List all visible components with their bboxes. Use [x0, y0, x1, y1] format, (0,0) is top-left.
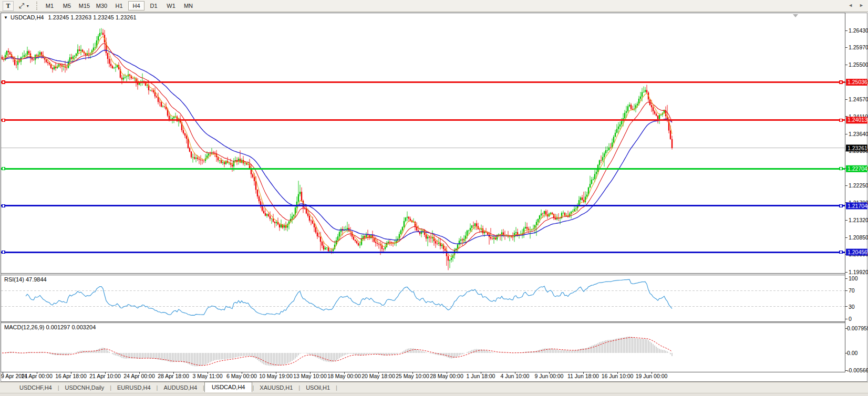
chart-title: ▼ USDCAD,H4 1.23245 1.23263 1.23245 1.23… — [4, 14, 137, 20]
main-toolbar: T ⤢ ▼ M1M5M15M30H1H4D1W1MN — [0, 0, 868, 12]
timeframe-button-m30[interactable]: M30 — [94, 1, 110, 11]
tab-scroll-controls: ◄ ► — [848, 3, 864, 8]
svg-text:1.20456: 1.20456 — [848, 249, 867, 255]
svg-text:1.24013: 1.24013 — [848, 117, 867, 123]
svg-text:1.21704: 1.21704 — [848, 203, 867, 209]
tab-xauusd-h1[interactable]: XAUUSD,H1 — [254, 383, 298, 392]
chart-canvas[interactable]: 1.264301.259701.255001.250401.245701.241… — [0, 0, 868, 396]
svg-text:1.25036: 1.25036 — [848, 79, 867, 85]
svg-text:1.20850: 1.20850 — [849, 234, 868, 241]
text-tool-button[interactable]: T — [3, 1, 14, 11]
svg-text:19 Jun 00:00: 19 Jun 00:00 — [636, 373, 668, 379]
svg-text:70: 70 — [849, 287, 855, 294]
timeframe-button-m5[interactable]: M5 — [59, 1, 75, 11]
svg-text:1.23261: 1.23261 — [848, 145, 867, 151]
tab-usoil-h1[interactable]: USOil,H1 — [300, 383, 336, 392]
svg-text:1.24570: 1.24570 — [849, 96, 868, 102]
timeframe-button-h4[interactable]: H4 — [128, 1, 144, 11]
chart-tab-bar: USDCHF,H4|USDCNH,Daily|EURUSD,H4|AUDUSD,… — [0, 382, 868, 393]
svg-text:4 Jun 10:00: 4 Jun 10:00 — [501, 373, 530, 379]
chevron-down-icon: ▼ — [26, 4, 29, 8]
tab-audusd-h4[interactable]: AUDUSD,H4 — [158, 383, 203, 392]
svg-text:9 Jun 00:00: 9 Jun 00:00 — [535, 373, 564, 379]
svg-text:25 May 10:00: 25 May 10:00 — [396, 373, 429, 379]
collapse-triangle-icon[interactable]: ▼ — [4, 15, 8, 20]
timeframe-button-m15[interactable]: M15 — [76, 1, 92, 11]
chart-symbol-label: USDCAD,H4 — [11, 14, 44, 20]
svg-text:1.22250: 1.22250 — [849, 182, 868, 189]
svg-text:1.25970: 1.25970 — [849, 44, 868, 50]
tab-scroll-right-icon[interactable]: ► — [859, 3, 864, 8]
timeframe-button-h1[interactable]: H1 — [111, 1, 127, 11]
svg-text:3 May 11:00: 3 May 11:00 — [192, 373, 222, 379]
svg-text:1.26430: 1.26430 — [849, 27, 868, 34]
svg-text:0: 0 — [849, 316, 852, 322]
svg-text:11 Jun 18:00: 11 Jun 18:00 — [567, 373, 599, 379]
time-axis: 9 Apr 202114 Apr 00:0016 Apr 18:0021 Apr… — [1, 372, 668, 379]
svg-text:18 May 00:00: 18 May 00:00 — [327, 373, 361, 379]
tab-usdcad-h4[interactable]: USDCAD,H4 — [204, 382, 253, 392]
chart-frame — [1, 13, 867, 382]
svg-text:0.007959: 0.007959 — [847, 325, 868, 331]
timeframe-button-m1[interactable]: M1 — [42, 1, 58, 11]
arrows-icon: ⤢ — [19, 2, 24, 10]
timeframe-button-d1[interactable]: D1 — [146, 1, 162, 11]
svg-text:10 May 19:00: 10 May 19:00 — [259, 373, 293, 379]
svg-text:30: 30 — [849, 304, 855, 310]
svg-text:1.21320: 1.21320 — [849, 217, 868, 223]
macd-label: MACD(12,26,9) 0.001297 0.003204 — [4, 324, 96, 330]
svg-text:14 Apr 00:00: 14 Apr 00:00 — [21, 373, 53, 379]
svg-text:20 May 18:00: 20 May 18:00 — [361, 373, 395, 379]
arrows-tool-button[interactable]: ⤢ ▼ — [16, 2, 33, 11]
svg-text:1.25500: 1.25500 — [849, 61, 868, 68]
svg-text:6 May 00:00: 6 May 00:00 — [226, 373, 257, 379]
tab-eurusd-h4[interactable]: EURUSD,H4 — [111, 383, 157, 392]
rsi-label: RSI(14) 47.9844 — [4, 276, 47, 283]
svg-text:100: 100 — [849, 275, 858, 282]
toolbar-grip — [36, 2, 37, 10]
svg-text:-0.005663: -0.005663 — [847, 367, 868, 373]
svg-text:16 Apr 18:00: 16 Apr 18:00 — [55, 373, 87, 379]
svg-text:1.22704: 1.22704 — [848, 165, 867, 172]
svg-text:24 Apr 00:00: 24 Apr 00:00 — [123, 373, 155, 379]
application-window: T ⤢ ▼ M1M5M15M30H1H4D1W1MN 1.264301.2597… — [0, 0, 868, 396]
svg-text:1.23640: 1.23640 — [849, 131, 868, 137]
svg-text:1.19920: 1.19920 — [849, 269, 868, 275]
svg-text:13 May 10:00: 13 May 10:00 — [293, 373, 327, 379]
svg-text:16 Jun 10:00: 16 Jun 10:00 — [602, 373, 634, 379]
chart-ohlc-values: 1.23245 1.23263 1.23245 1.23261 — [48, 14, 137, 20]
timeframe-button-w1[interactable]: W1 — [163, 1, 179, 11]
timeframe-group: M1M5M15M30H1H4D1W1MN — [41, 0, 197, 12]
svg-text:0.00: 0.00 — [847, 350, 858, 356]
tab-scroll-left-icon[interactable]: ◄ — [848, 3, 853, 8]
timeframe-button-mn[interactable]: MN — [180, 1, 197, 11]
svg-text:28 May 00:00: 28 May 00:00 — [430, 373, 463, 379]
svg-text:1 Jun 18:00: 1 Jun 18:00 — [467, 373, 495, 379]
chart-tabs: USDCHF,H4|USDCNH,Daily|EURUSD,H4|AUDUSD,… — [0, 382, 868, 393]
text-tool-label: T — [6, 2, 10, 10]
tab-usdcnh-daily[interactable]: USDCNH,Daily — [59, 383, 110, 392]
tab-separator: | — [336, 384, 337, 391]
svg-text:21 Apr 10:00: 21 Apr 10:00 — [89, 373, 121, 379]
tab-usdchf-h4[interactable]: USDCHF,H4 — [14, 383, 58, 392]
svg-text:28 Apr 18:00: 28 Apr 18:00 — [158, 373, 189, 379]
